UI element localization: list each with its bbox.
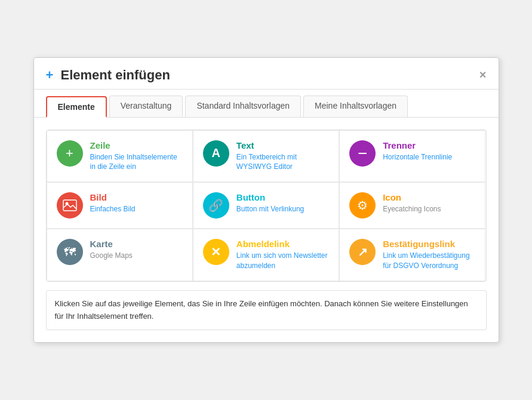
button-icon: 🔗 xyxy=(203,192,229,219)
abmeldelink-icon: ✕ xyxy=(203,239,229,265)
element-button[interactable]: 🔗 Button Button mit Verlinkung xyxy=(193,182,339,229)
insert-element-dialog: + Element einfügen × Elemente Veranstalt… xyxy=(33,57,499,343)
bestatigungslink-desc: Link um Wiederbestätigung für DSGVO Vero… xyxy=(383,251,475,271)
bild-text: Bild Einfaches Bild xyxy=(90,192,136,214)
icon-icon: ⚙ xyxy=(349,192,376,219)
dialog-title: + Element einfügen xyxy=(46,67,170,83)
dialog-header: + Element einfügen × xyxy=(34,58,499,90)
karte-desc: Google Maps xyxy=(90,251,133,261)
tab-standard-inhaltsvorlagen[interactable]: Standard Inhaltsvorlagen xyxy=(185,96,301,117)
info-text: Klicken Sie auf das jeweilige Element, d… xyxy=(55,299,468,321)
bestatigungslink-icon: ↗ xyxy=(349,239,376,265)
trenner-desc: Horizontale Trennlinie xyxy=(383,152,452,162)
trenner-name: Trenner xyxy=(383,140,452,150)
abmeldelink-name: Abmeldelink xyxy=(236,239,329,249)
element-trenner[interactable]: − Trenner Horizontale Trennlinie xyxy=(339,130,485,183)
button-desc: Button mit Verlinkung xyxy=(236,204,304,214)
element-bestatigungslink[interactable]: ↗ Bestätigungslink Link um Wiederbestäti… xyxy=(339,229,485,281)
element-text[interactable]: A Text Ein Textbereich mit WYSIWYG Edito… xyxy=(193,130,339,183)
karte-text: Karte Google Maps xyxy=(90,239,133,261)
element-zeile[interactable]: + Zeile Binden Sie Inhaltselemente in di… xyxy=(47,130,193,183)
trenner-text: Trenner Horizontale Trennlinie xyxy=(383,140,452,162)
element-abmeldelink[interactable]: ✕ Abmeldelink Link um sich vom Newslette… xyxy=(193,229,339,281)
bild-desc: Einfaches Bild xyxy=(90,204,136,214)
tab-meine-inhaltsvorlagen[interactable]: Meine Inhaltsvorlagen xyxy=(303,96,408,117)
dialog-body: + Zeile Binden Sie Inhaltselemente in di… xyxy=(34,118,499,343)
info-box: Klicken Sie auf das jeweilige Element, d… xyxy=(46,290,487,331)
icon-name: Icon xyxy=(383,192,441,202)
zeile-text: Zeile Binden Sie Inhaltselemente in die … xyxy=(90,140,183,173)
bild-icon xyxy=(57,192,83,219)
bestatigungslink-name: Bestätigungslink xyxy=(383,239,475,249)
bestatigungslink-text: Bestätigungslink Link um Wiederbestätigu… xyxy=(383,239,475,271)
button-name: Button xyxy=(236,192,304,202)
elements-grid: + Zeile Binden Sie Inhaltselemente in di… xyxy=(46,130,487,282)
text-icon: A xyxy=(203,140,229,167)
tab-bar: Elemente Veranstaltung Standard Inhaltsv… xyxy=(34,90,499,118)
button-text: Button Button mit Verlinkung xyxy=(236,192,304,214)
karte-name: Karte xyxy=(90,239,133,249)
plus-icon: + xyxy=(46,67,54,82)
svg-rect-2 xyxy=(63,200,76,211)
icon-desc: Eyecatching Icons xyxy=(383,204,441,214)
trenner-icon: − xyxy=(349,140,376,167)
text-name: Text xyxy=(236,140,329,150)
abmeldelink-desc: Link um sich vom Newsletter abzumelden xyxy=(236,251,329,271)
tab-elemente[interactable]: Elemente xyxy=(46,96,107,118)
close-button[interactable]: × xyxy=(479,68,487,82)
bild-name: Bild xyxy=(90,192,136,202)
text-desc: Ein Textbereich mit WYSIWYG Editor xyxy=(236,152,329,173)
zeile-icon: + xyxy=(57,140,83,167)
icon-text: Icon Eyecatching Icons xyxy=(383,192,441,214)
text-text: Text Ein Textbereich mit WYSIWYG Editor xyxy=(236,140,329,173)
zeile-desc: Binden Sie Inhaltselemente in die Zeile … xyxy=(90,152,183,173)
element-bild[interactable]: Bild Einfaches Bild xyxy=(47,182,193,229)
abmeldelink-text: Abmeldelink Link um sich vom Newsletter … xyxy=(236,239,329,271)
element-karte[interactable]: 🗺 Karte Google Maps xyxy=(47,229,193,281)
element-icon[interactable]: ⚙ Icon Eyecatching Icons xyxy=(339,182,485,229)
tab-veranstaltung[interactable]: Veranstaltung xyxy=(109,96,183,117)
karte-icon: 🗺 xyxy=(57,239,83,265)
zeile-name: Zeile xyxy=(90,140,183,150)
